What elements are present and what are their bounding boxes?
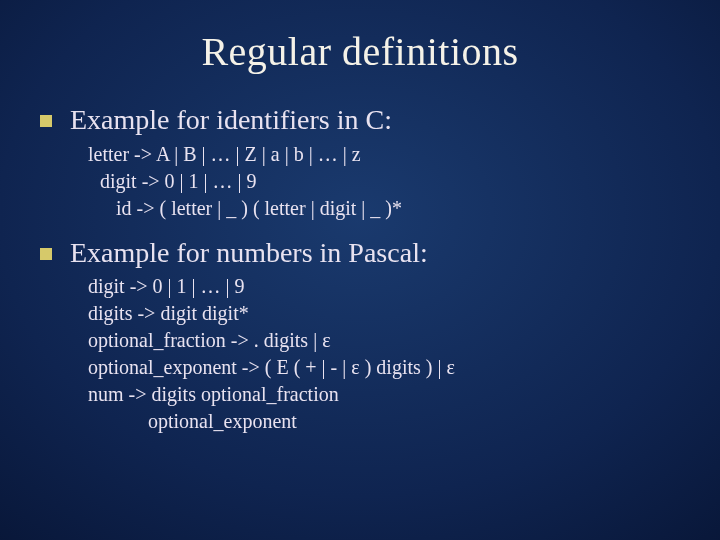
bullet-item: Example for identifiers in C: bbox=[40, 103, 680, 137]
definition-line: letter -> A | B | … | Z | a | b | … | z bbox=[88, 141, 680, 168]
bullet-square-icon bbox=[40, 115, 52, 127]
definition-line: id -> ( letter | _ ) ( letter | digit | … bbox=[88, 195, 680, 222]
definition-line: optional_exponent -> ( E ( + | - | ε ) d… bbox=[88, 354, 680, 381]
definition-line: digits -> digit digit* bbox=[88, 300, 680, 327]
bullet-square-icon bbox=[40, 248, 52, 260]
definition-line: digit -> 0 | 1 | … | 9 bbox=[88, 273, 680, 300]
bullet-item: Example for numbers in Pascal: bbox=[40, 236, 680, 270]
definition-line: digit -> 0 | 1 | … | 9 bbox=[88, 168, 680, 195]
definition-line: optional_exponent bbox=[88, 408, 680, 435]
section-heading: Example for numbers in Pascal: bbox=[70, 236, 428, 270]
definition-block: letter -> A | B | … | Z | a | b | … | z … bbox=[88, 141, 680, 222]
page-title: Regular definitions bbox=[40, 28, 680, 75]
definition-line: optional_fraction -> . digits | ε bbox=[88, 327, 680, 354]
definition-block: digit -> 0 | 1 | … | 9 digits -> digit d… bbox=[88, 273, 680, 435]
section-heading: Example for identifiers in C: bbox=[70, 103, 392, 137]
definition-line: num -> digits optional_fraction bbox=[88, 381, 680, 408]
slide: Regular definitions Example for identifi… bbox=[0, 0, 720, 540]
